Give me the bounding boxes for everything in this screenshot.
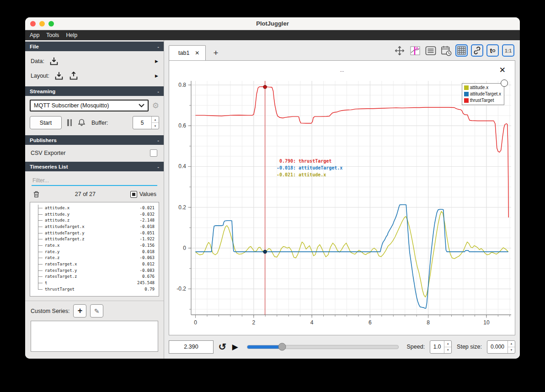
svg-text:0: 0 bbox=[194, 319, 197, 326]
timeseries-toolbar: 27 of 27 Values bbox=[25, 186, 164, 200]
timeseries-row[interactable]: t245.548 bbox=[33, 280, 157, 286]
timeseries-collapse-button[interactable]: - bbox=[157, 164, 159, 170]
list-view-icon[interactable] bbox=[424, 44, 437, 57]
data-expand-arrow[interactable]: ▶ bbox=[155, 59, 158, 64]
timeseries-list[interactable]: attitude.x-0.021attitude.y-0.032attitude… bbox=[30, 202, 159, 297]
add-custom-series-button[interactable]: + bbox=[73, 304, 86, 318]
legend-item[interactable]: attitude.x bbox=[464, 85, 501, 90]
values-checkbox[interactable] bbox=[130, 191, 137, 198]
tab-tab1[interactable]: tab1 ✕ bbox=[169, 45, 206, 60]
grid-layout-icon[interactable] bbox=[455, 44, 468, 57]
move-tool-icon[interactable] bbox=[393, 44, 406, 57]
spin-down-icon[interactable]: ▼ bbox=[152, 123, 159, 129]
speed-spin-arrows[interactable]: ▲ ▼ bbox=[444, 341, 451, 353]
timeseries-section-title: Timeseries List bbox=[30, 164, 68, 170]
pause-icon[interactable] bbox=[67, 119, 72, 126]
timeseries-row[interactable]: attitude.y-0.032 bbox=[33, 211, 157, 217]
timeseries-name: attitudeTarget.x bbox=[45, 224, 85, 229]
tooltip-line: -0.021 : attitude.x bbox=[272, 171, 342, 178]
publishers-collapse-button[interactable]: - bbox=[157, 138, 159, 143]
plot-close-icon[interactable]: ✕ bbox=[499, 65, 506, 75]
spin-down-icon[interactable]: ▼ bbox=[508, 347, 515, 353]
pencil-icon: ✎ bbox=[94, 307, 100, 315]
tab-close-icon[interactable]: ✕ bbox=[195, 50, 199, 56]
timeseries-row[interactable]: rate.x-0.156 bbox=[33, 242, 157, 249]
spin-up-icon[interactable]: ▲ bbox=[152, 117, 159, 123]
legend-swatch bbox=[464, 92, 469, 96]
layout-expand-arrow[interactable]: ▶ bbox=[155, 74, 158, 78]
streaming-section-header[interactable]: Streaming - bbox=[25, 86, 164, 96]
close-window-button[interactable] bbox=[30, 21, 36, 26]
menu-help[interactable]: Help bbox=[66, 32, 77, 38]
legend-handle[interactable] bbox=[501, 79, 508, 87]
filter-input[interactable] bbox=[32, 176, 157, 186]
streaming-source-select[interactable]: MQTT Subscriber (Mosquitto) bbox=[30, 100, 149, 111]
save-layout-icon[interactable] bbox=[69, 71, 79, 81]
link-axes-icon[interactable] bbox=[471, 44, 483, 57]
timeseries-section-header[interactable]: Timeseries List - bbox=[25, 162, 164, 171]
maximize-window-button[interactable] bbox=[48, 21, 54, 26]
plus-icon: + bbox=[78, 306, 83, 316]
plotjuggler-window: PlotJuggler App Tools Help File - Data: bbox=[25, 17, 520, 359]
step-size-label: Step size: bbox=[457, 344, 482, 350]
legend-item[interactable]: thrustTarget bbox=[464, 98, 501, 103]
edit-custom-series-button[interactable]: ✎ bbox=[90, 304, 103, 318]
timeseries-value: 0.79 bbox=[144, 287, 157, 291]
datetime-icon[interactable] bbox=[440, 44, 452, 57]
custom-series-list[interactable] bbox=[31, 321, 158, 352]
time-offset-icon[interactable]: tO bbox=[486, 44, 499, 57]
load-data-icon[interactable] bbox=[49, 56, 59, 66]
file-section-title: File bbox=[30, 44, 39, 49]
timeseries-row[interactable]: rate.y0.018 bbox=[33, 249, 157, 255]
file-collapse-button[interactable]: - bbox=[157, 44, 159, 49]
timeseries-row[interactable]: attitude.z-2.148 bbox=[33, 217, 157, 223]
bell-icon[interactable] bbox=[77, 118, 86, 127]
curve-editor-icon[interactable]: A bbox=[409, 44, 421, 57]
loop-icon[interactable]: ↺ bbox=[219, 341, 227, 352]
legend-item[interactable]: attitudeTarget.x bbox=[464, 91, 501, 96]
spin-down-icon[interactable]: ▼ bbox=[444, 347, 451, 353]
timeseries-row[interactable]: ratesTarget.y-0.083 bbox=[33, 267, 157, 274]
load-layout-icon[interactable] bbox=[54, 71, 64, 81]
timeseries-name: attitudeTarget.y bbox=[45, 231, 85, 235]
timeseries-row[interactable]: ratesTarget.x0.012 bbox=[33, 261, 157, 267]
slider-handle[interactable] bbox=[278, 343, 286, 351]
add-tab-button[interactable]: + bbox=[213, 48, 218, 58]
gear-icon[interactable]: ⚙ bbox=[152, 101, 159, 111]
plot-panel[interactable]: 02468100.80.60.40.20-0.2 ... ✕ attitude.… bbox=[169, 60, 515, 335]
content-area: tab1 ✕ + A bbox=[164, 40, 520, 359]
time-slider[interactable] bbox=[247, 345, 399, 349]
timeseries-row[interactable]: attitudeTarget.y-0.051 bbox=[33, 230, 157, 236]
step-size-spinbox[interactable]: 0.000 ▲ ▼ bbox=[487, 340, 515, 354]
streaming-collapse-button[interactable]: - bbox=[157, 89, 159, 94]
minimize-window-button[interactable] bbox=[39, 21, 45, 26]
playbar: 2.390 ↺ ▶ Speed: 1.0 ▲ ▼ Step size: bbox=[164, 335, 520, 358]
step-spin-arrows[interactable]: ▲ ▼ bbox=[508, 341, 515, 353]
play-icon[interactable]: ▶ bbox=[232, 342, 238, 352]
spin-up-icon[interactable]: ▲ bbox=[444, 341, 451, 347]
timeseries-row[interactable]: attitude.x-0.021 bbox=[33, 205, 157, 211]
timeseries-row[interactable]: attitudeTarget.z-1.922 bbox=[33, 236, 157, 242]
speed-spinbox[interactable]: 1.0 ▲ ▼ bbox=[430, 340, 452, 354]
file-section-body: Data: ▶ Layout: bbox=[25, 51, 164, 85]
svg-text:6: 6 bbox=[369, 319, 372, 326]
timeseries-row[interactable]: rate.z-0.063 bbox=[33, 255, 157, 261]
timeseries-row[interactable]: thrustTarget0.79 bbox=[33, 286, 157, 292]
timeseries-row[interactable]: attitudeTarget.x-0.018 bbox=[33, 223, 157, 230]
publishers-section-header[interactable]: Publishers - bbox=[25, 135, 164, 145]
csv-exporter-checkbox[interactable] bbox=[150, 149, 157, 157]
ratio-icon[interactable]: 1:1 bbox=[502, 44, 514, 57]
window-title: PlotJuggler bbox=[256, 20, 289, 27]
buffer-spinbox[interactable]: 5 ▲ ▼ bbox=[133, 116, 159, 129]
timeseries-row[interactable]: ratesTarget.z0.676 bbox=[33, 274, 157, 280]
buffer-spin-arrows[interactable]: ▲ ▼ bbox=[151, 117, 159, 129]
values-toggle[interactable]: Values bbox=[130, 191, 156, 198]
spin-up-icon[interactable]: ▲ bbox=[508, 341, 515, 347]
plot-legend[interactable]: attitude.xattitudeTarget.xthrustTarget bbox=[462, 83, 504, 105]
trash-icon[interactable] bbox=[32, 190, 40, 198]
start-button[interactable]: Start bbox=[30, 116, 62, 129]
file-section-header[interactable]: File - bbox=[25, 42, 164, 51]
time-field[interactable]: 2.390 bbox=[169, 340, 214, 354]
menu-tools[interactable]: Tools bbox=[46, 32, 59, 38]
menu-app[interactable]: App bbox=[30, 32, 39, 38]
